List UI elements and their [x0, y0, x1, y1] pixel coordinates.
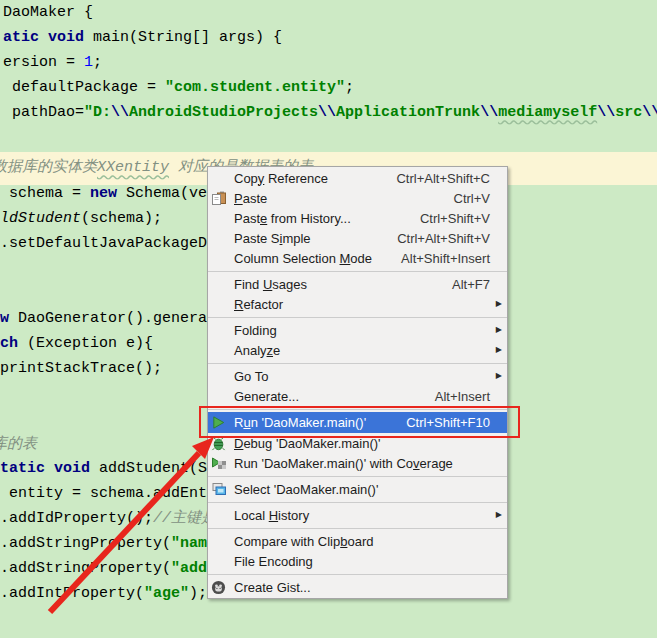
- code-segment: "age": [144, 585, 189, 602]
- menu-item-create-gist[interactable]: Create Gist...: [208, 577, 507, 597]
- editor-context-menu: Copy ReferenceCtrl+Alt+Shift+CPasteCtrl+…: [207, 166, 508, 599]
- menu-item-analyze[interactable]: Analyze▶: [208, 340, 507, 360]
- code-segment: defaultPackage =: [3, 79, 165, 96]
- menu-item-label: Paste: [234, 191, 267, 206]
- menu-item-run-daomaker-main-with-coverage[interactable]: Run 'DaoMaker.main()' with Coverage: [208, 453, 507, 473]
- menu-item-paste[interactable]: PasteCtrl+V: [208, 188, 507, 208]
- menu-item-refactor[interactable]: Refactor▶: [208, 294, 507, 314]
- empty-icon-cell: [211, 230, 234, 246]
- empty-icon-cell: [211, 533, 234, 549]
- code-line: pathDao="D:\\AndroidStudioProjects\\Appl…: [3, 103, 657, 123]
- menu-item-label: Paste Simple: [234, 231, 311, 246]
- menu-item-find-usages[interactable]: Find UsagesAlt+F7: [208, 274, 507, 294]
- menu-item-run-daomaker-main[interactable]: Run 'DaoMaker.main()'Ctrl+Shift+F10: [208, 412, 507, 433]
- menu-item-compare-with-clipboard[interactable]: Compare with Clipboard: [208, 531, 507, 551]
- select-icon: [211, 481, 234, 497]
- code-line: entity = schema.addEntity: [0, 484, 234, 504]
- menu-item-shortcut: Ctrl+V: [454, 191, 490, 206]
- menu-item-shortcut: Alt+F7: [452, 277, 490, 292]
- empty-icon-cell: [211, 170, 234, 186]
- menu-item-label: Debug 'DaoMaker.main()': [234, 436, 381, 451]
- menu-item-label: Copy Reference: [234, 171, 328, 186]
- menu-item-shortcut: Alt+Shift+Insert: [401, 251, 490, 266]
- code-segment: ersion =: [3, 54, 84, 71]
- code-segment: AndroidStudioProjects: [129, 104, 318, 121]
- code-line: defaultPackage = "com.student.entity";: [3, 78, 354, 98]
- menu-separator: [208, 473, 507, 479]
- code-line: .addStringProperty("name": [0, 534, 225, 554]
- code-line: DaoMaker {: [3, 3, 93, 23]
- menu-separator: [208, 360, 507, 366]
- code-line: 库的表: [0, 435, 37, 455]
- code-segment: .addIdProperty();: [0, 510, 153, 527]
- menu-item-label: Find Usages: [234, 277, 307, 292]
- paste-icon: [211, 190, 234, 206]
- menu-item-folding[interactable]: Folding▶: [208, 320, 507, 340]
- code-segment: DaoMaker {: [3, 4, 93, 21]
- code-segment: "D:: [84, 104, 111, 121]
- menu-item-label: Paste from History...: [234, 211, 351, 226]
- menu-item-paste-from-history[interactable]: Paste from History...Ctrl+Shift+V: [208, 208, 507, 228]
- submenu-arrow-icon: ▶: [492, 326, 502, 334]
- code-segment: 数据库的实体类: [0, 159, 97, 176]
- code-line: w DaoGenerator().generate.: [0, 309, 234, 329]
- empty-icon-cell: [211, 342, 234, 358]
- menu-item-column-selection-mode[interactable]: Column Selection ModeAlt+Shift+Insert: [208, 248, 507, 268]
- menu-item-label: Compare with Clipboard: [234, 534, 373, 549]
- menu-item-label: File Encoding: [234, 554, 313, 569]
- code-segment: "com.student.entity": [165, 79, 345, 96]
- menu-item-local-history[interactable]: Local History▶: [208, 505, 507, 525]
- menu-item-label: Column Selection Mode: [234, 251, 372, 266]
- code-segment: ApplicationTrunk: [336, 104, 480, 121]
- code-segment: schema =: [0, 185, 90, 202]
- code-segment: 库的表: [0, 436, 37, 453]
- menu-separator: [208, 499, 507, 505]
- code-segment: 1: [84, 54, 93, 71]
- menu-separator: [208, 268, 507, 274]
- submenu-arrow-icon: ▶: [492, 511, 502, 519]
- code-line: schema = new Schema(vers: [0, 184, 225, 204]
- code-line: tatic void addStudent(Sche: [0, 459, 234, 479]
- empty-icon-cell: [211, 553, 234, 569]
- code-segment: XXentity: [97, 159, 169, 176]
- empty-icon-cell: [211, 250, 234, 266]
- code-segment: main(String[] args) {: [84, 29, 282, 46]
- code-line: .addStringProperty("addre: [0, 559, 225, 579]
- menu-item-paste-simple[interactable]: Paste SimpleCtrl+Alt+Shift+V: [208, 228, 507, 248]
- menu-item-label: Run 'DaoMaker.main()': [234, 415, 366, 430]
- code-segment: ;: [345, 79, 354, 96]
- code-line: .setDefaultJavaPackageDao(: [0, 234, 234, 254]
- menu-separator: [208, 525, 507, 531]
- code-segment: \\: [642, 104, 657, 121]
- menu-item-shortcut: Ctrl+Shift+V: [420, 211, 490, 226]
- code-line: ldStudent(schema);: [0, 209, 162, 229]
- code-segment: (Exception e){: [18, 335, 153, 352]
- code-segment: \\: [318, 104, 336, 121]
- menu-item-shortcut: Ctrl+Shift+F10: [406, 415, 490, 430]
- menu-item-select-daomaker-main[interactable]: Select 'DaoMaker.main()': [208, 479, 507, 499]
- coverage-icon: [211, 455, 234, 471]
- code-line: ersion = 1;: [3, 53, 102, 73]
- code-segment: \\: [111, 104, 129, 121]
- code-segment: w: [0, 310, 9, 327]
- submenu-arrow-icon: ▶: [492, 372, 502, 380]
- code-line: atic void main(String[] args) {: [3, 28, 282, 48]
- menu-item-label: Create Gist...: [234, 580, 311, 595]
- code-segment: \\: [597, 104, 615, 121]
- ide-screenshot: { "colors":{ "editor_bg":"#cdeac5","curr…: [0, 0, 657, 638]
- code-segment: );: [189, 585, 207, 602]
- code-segment: (schema);: [81, 210, 162, 227]
- code-segment: DaoGenerator().generate.: [9, 310, 234, 327]
- code-line: ch (Exception e){: [0, 334, 153, 354]
- menu-item-generate[interactable]: Generate...Alt+Insert: [208, 386, 507, 406]
- menu-item-debug-daomaker-main[interactable]: Debug 'DaoMaker.main()': [208, 433, 507, 453]
- run-icon: [211, 415, 234, 431]
- menu-item-go-to[interactable]: Go To▶: [208, 366, 507, 386]
- code-segment: ldStudent: [0, 210, 81, 227]
- menu-item-label: Refactor: [234, 297, 283, 312]
- menu-item-copy-reference[interactable]: Copy ReferenceCtrl+Alt+Shift+C: [208, 168, 507, 188]
- code-segment: ch: [0, 335, 18, 352]
- menu-item-file-encoding[interactable]: File Encoding: [208, 551, 507, 571]
- empty-icon-cell: [211, 296, 234, 312]
- empty-icon-cell: [211, 276, 234, 292]
